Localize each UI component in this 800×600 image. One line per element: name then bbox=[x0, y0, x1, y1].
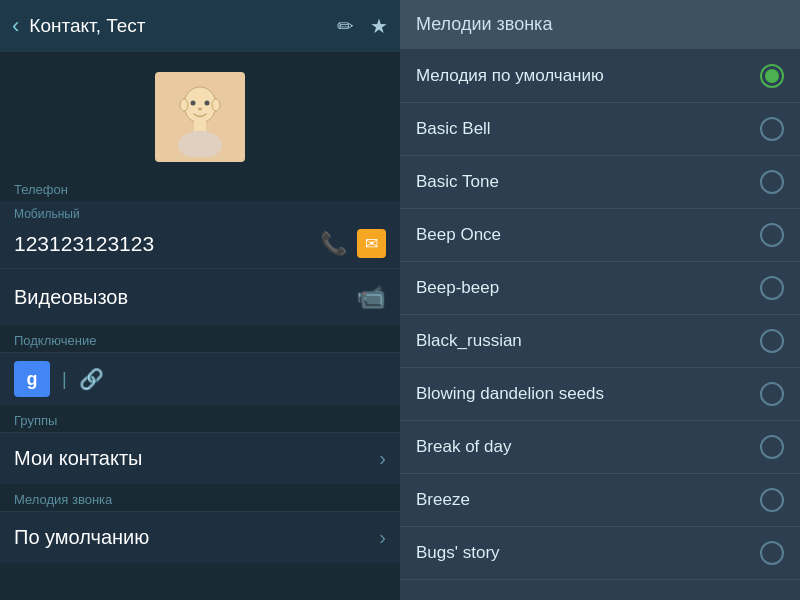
my-contacts-row[interactable]: Мои контакты › bbox=[0, 432, 400, 484]
ringtone-item-label: Basic Bell bbox=[416, 119, 760, 139]
radio-button[interactable] bbox=[760, 329, 784, 353]
ringtone-item-label: Beep-beep bbox=[416, 278, 760, 298]
ringtone-item[interactable]: Blowing dandelion seeds bbox=[400, 368, 800, 421]
svg-point-3 bbox=[205, 101, 210, 106]
message-icon: ✉ bbox=[365, 234, 378, 253]
svg-point-4 bbox=[198, 108, 202, 111]
svg-point-5 bbox=[180, 99, 188, 111]
message-button[interactable]: ✉ bbox=[357, 229, 386, 258]
radio-button[interactable] bbox=[760, 223, 784, 247]
ringtone-item[interactable]: Basic Tone bbox=[400, 156, 800, 209]
top-bar-actions: ✏ ★ bbox=[337, 14, 388, 38]
ringtone-item[interactable]: Break of day bbox=[400, 421, 800, 474]
chevron-right-icon: › bbox=[379, 447, 386, 470]
radio-button[interactable] bbox=[760, 276, 784, 300]
radio-inner bbox=[765, 69, 779, 83]
call-button[interactable]: 📞 bbox=[320, 231, 347, 257]
ringtone-item[interactable]: Мелодия по умолчанию bbox=[400, 50, 800, 103]
ringtone-item-label: Bugs' story bbox=[416, 543, 760, 563]
ringtone-section-label: Мелодия звонка bbox=[0, 484, 400, 511]
phone-number: 123123123123 bbox=[14, 232, 310, 256]
svg-point-2 bbox=[191, 101, 196, 106]
ringtone-header: Мелодии звонка bbox=[400, 0, 800, 50]
ringtone-item-label: Breeze bbox=[416, 490, 760, 510]
radio-button[interactable] bbox=[760, 170, 784, 194]
svg-point-6 bbox=[212, 99, 220, 111]
my-contacts-label: Мои контакты bbox=[14, 447, 379, 470]
ringtone-list: Мелодия по умолчаниюBasic BellBasic Tone… bbox=[400, 50, 800, 600]
groups-section-label: Группы bbox=[0, 405, 400, 432]
divider-bar: | bbox=[62, 369, 67, 390]
video-icon: 📹 bbox=[356, 283, 386, 311]
ringtone-item[interactable]: Beep Once bbox=[400, 209, 800, 262]
radio-button[interactable] bbox=[760, 382, 784, 406]
ringtone-chevron-icon: › bbox=[379, 526, 386, 549]
star-icon[interactable]: ★ bbox=[370, 14, 388, 38]
ringtone-item[interactable]: Breeze bbox=[400, 474, 800, 527]
svg-rect-8 bbox=[194, 121, 206, 131]
ringtone-item[interactable]: Bugs' story bbox=[400, 527, 800, 580]
left-panel: ‹ Контакт, Тест ✏ ★ bbox=[0, 0, 400, 600]
connection-section-label: Подключение bbox=[0, 325, 400, 352]
ringtone-item[interactable]: Black_russian bbox=[400, 315, 800, 368]
video-call-row[interactable]: Видеовызов 📹 bbox=[0, 268, 400, 325]
ringtone-item-label: Basic Tone bbox=[416, 172, 760, 192]
radio-button[interactable] bbox=[760, 541, 784, 565]
edit-icon[interactable]: ✏ bbox=[337, 14, 354, 38]
radio-button[interactable] bbox=[760, 435, 784, 459]
ringtone-item-label: Beep Once bbox=[416, 225, 760, 245]
right-panel: Мелодии звонка Мелодия по умолчаниюBasic… bbox=[400, 0, 800, 600]
phone-row: 123123123123 📞 ✉ bbox=[0, 223, 400, 268]
link-icon: 🔗 bbox=[79, 367, 104, 391]
google-row: g | 🔗 bbox=[0, 352, 400, 405]
mobile-label: Мобильный bbox=[0, 201, 400, 223]
back-button[interactable]: ‹ bbox=[12, 13, 19, 39]
radio-button[interactable] bbox=[760, 488, 784, 512]
video-call-label: Видеовызов bbox=[14, 286, 356, 309]
phone-section-label: Телефон bbox=[0, 174, 400, 201]
contact-title: Контакт, Тест bbox=[29, 15, 327, 37]
avatar-section bbox=[0, 52, 400, 174]
svg-point-1 bbox=[184, 87, 216, 123]
ringtone-item-label: Мелодия по умолчанию bbox=[416, 66, 760, 86]
ringtone-item-label: Break of day bbox=[416, 437, 760, 457]
ringtone-item[interactable]: Beep-beep bbox=[400, 262, 800, 315]
default-ringtone-label: По умолчанию bbox=[14, 526, 379, 549]
top-bar: ‹ Контакт, Тест ✏ ★ bbox=[0, 0, 400, 52]
google-icon: g bbox=[14, 361, 50, 397]
avatar bbox=[155, 72, 245, 162]
radio-button[interactable] bbox=[760, 117, 784, 141]
ringtone-item-label: Blowing dandelion seeds bbox=[416, 384, 760, 404]
ringtone-item[interactable]: Basic Bell bbox=[400, 103, 800, 156]
default-ringtone-row[interactable]: По умолчанию › bbox=[0, 511, 400, 563]
ringtone-item-label: Black_russian bbox=[416, 331, 760, 351]
radio-button[interactable] bbox=[760, 64, 784, 88]
